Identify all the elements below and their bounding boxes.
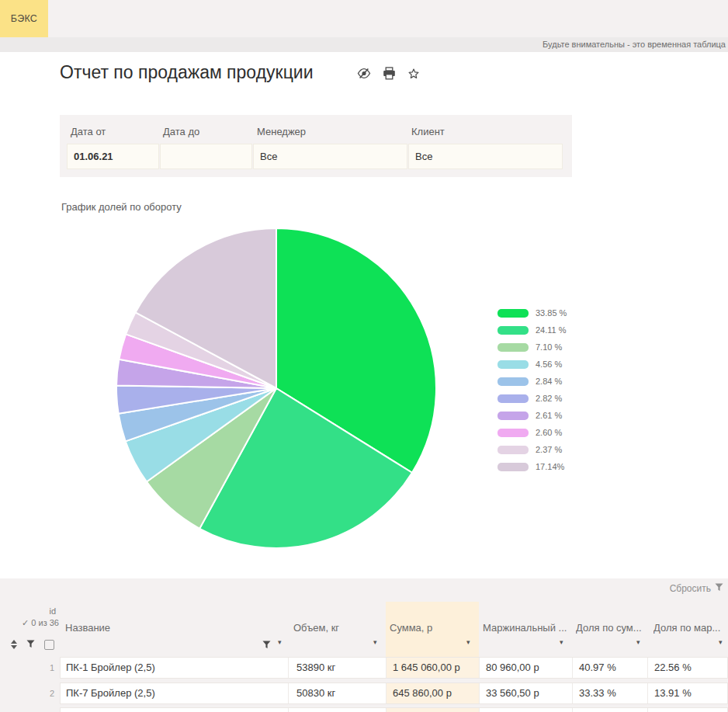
legend-item[interactable]: 2.37 % [497, 446, 567, 454]
filter-label-client: Клиент [411, 126, 445, 137]
column-header-share-margin[interactable]: Доля по мар... [653, 622, 725, 634]
row-number: 2 [0, 682, 54, 704]
date-from-input[interactable]: 01.06.21 [67, 144, 159, 169]
legend-color-chip [497, 343, 529, 352]
legend-color-chip [497, 309, 529, 318]
reset-label: Сбросить [670, 583, 711, 594]
cell-share-margin: 13.91 % [648, 683, 728, 703]
cell-volume [289, 708, 387, 712]
legend-color-chip [497, 360, 529, 369]
cell-sum: 645 860,00 р [387, 683, 480, 703]
legend-item[interactable]: 2.61 % [497, 412, 567, 420]
cell-share-margin: 22.56 % [648, 658, 728, 678]
column-header-share-sum[interactable]: Доля по сум... [576, 622, 644, 634]
sort-icon[interactable] [11, 640, 17, 649]
legend-item[interactable]: 2.60 % [497, 429, 567, 437]
legend-label: 17.14% [536, 463, 564, 471]
cell-share-sum [573, 708, 648, 712]
share-sum-column-dropdown-icon[interactable]: ▾ [636, 637, 640, 647]
margin-column-dropdown-icon[interactable]: ▾ [560, 637, 563, 647]
visibility-toggle-button[interactable] [355, 66, 373, 83]
client-select[interactable]: Все [408, 144, 563, 169]
cell-share-sum: 40.97 % [573, 658, 648, 678]
cell-share-sum: 33.33 % [573, 683, 648, 703]
reset-filters-button[interactable]: Сбросить [670, 583, 723, 594]
date-to-input[interactable] [160, 144, 252, 169]
legend-color-chip [497, 463, 529, 471]
legend-item[interactable]: 33.85 % [497, 309, 567, 318]
table-row[interactable]: ПК-7 Бройлер (2,5) 50830 кг 645 860,00 р… [60, 682, 728, 704]
manager-select[interactable]: Все [253, 144, 407, 169]
name-column-dropdown-icon[interactable]: ▾ [278, 637, 282, 647]
cell-margin [480, 708, 573, 712]
cell-name: ПК-1 Бройлер (2,5) [61, 658, 289, 678]
legend-label: 33.85 % [536, 309, 567, 318]
legend-label: 2.82 % [536, 394, 562, 403]
filter-label-manager: Менеджер [257, 126, 306, 137]
cell-sum: 1 645 060,00 р [387, 658, 480, 678]
filter-panel: Дата от Дата до Менеджер Клиент 01.06.21… [60, 115, 572, 177]
notice-bar: Будьте внимательны - это временная табли… [0, 37, 728, 52]
column-header-sum[interactable]: Сумма, р [390, 622, 473, 634]
legend-item[interactable]: 2.82 % [497, 394, 567, 403]
share-margin-column-dropdown-icon[interactable]: ▾ [719, 637, 723, 647]
cell-share-margin [648, 708, 728, 712]
printer-icon [383, 67, 396, 82]
column-header-name[interactable]: Название [65, 622, 259, 634]
brand-label: БЭКС [11, 13, 37, 24]
print-button[interactable] [380, 66, 397, 83]
legend-label: 4.56 % [536, 360, 562, 369]
legend-item[interactable]: 24.11 % [497, 326, 567, 335]
table-row-partial[interactable] [60, 707, 728, 712]
legend-item[interactable]: 7.10 % [497, 343, 567, 352]
legend-item[interactable]: 17.14% [497, 463, 567, 471]
select-all-checkbox[interactable] [44, 640, 54, 650]
legend-label: 24.11 % [536, 326, 567, 335]
legend-color-chip [497, 429, 529, 437]
sum-column-dropdown-icon[interactable]: ▾ [466, 637, 470, 647]
legend-label: 7.10 % [536, 343, 562, 352]
filter-funnel-icon[interactable] [26, 637, 35, 651]
legend-item[interactable]: 4.56 % [497, 360, 567, 369]
row-number: 1 [0, 657, 54, 679]
filter-label-date-to: Дата до [163, 126, 199, 137]
legend-label: 2.61 % [536, 412, 562, 420]
column-header-margin[interactable]: Маржинальный ... [483, 622, 568, 634]
volume-column-dropdown-icon[interactable]: ▾ [373, 637, 377, 647]
cell-margin: 80 960,00 р [480, 658, 573, 678]
legend-color-chip [497, 326, 529, 335]
filter-label-date-from: Дата от [71, 126, 106, 137]
table-row[interactable]: ПК-1 Бройлер (2,5) 53890 кг 1 645 060,00… [60, 657, 728, 679]
legend-label: 2.37 % [536, 446, 562, 454]
cell-volume: 50830 кг [289, 683, 387, 703]
notice-text: Будьте внимательны - это временная табли… [543, 40, 726, 49]
favorite-button[interactable] [405, 66, 422, 83]
cell-sum [387, 708, 480, 712]
legend-color-chip [497, 446, 529, 454]
cell-name: ПК-7 Бройлер (2,5) [61, 683, 289, 703]
legend-label: 2.84 % [536, 377, 562, 386]
cell-name [61, 708, 289, 712]
pie-chart-wrap [115, 227, 438, 550]
legend-item[interactable]: 2.84 % [497, 377, 567, 386]
filter-funnel-icon [715, 583, 723, 594]
id-column-header[interactable]: id [0, 606, 56, 616]
cell-margin: 33 560,50 р [480, 683, 573, 703]
eye-off-icon [357, 67, 371, 82]
legend-color-chip [497, 394, 529, 403]
brand-tab[interactable]: БЭКС [0, 0, 48, 37]
legend-color-chip [497, 412, 529, 420]
table-section: Сбросить id ✓ 0 из 36 Название Объем, кг… [0, 578, 728, 712]
legend-color-chip [497, 377, 529, 386]
chart-legend: 33.85 % 24.11 % 7.10 % 4.56 % 2.84 % 2.8… [497, 309, 567, 471]
star-icon [408, 68, 419, 82]
name-column-funnel-icon[interactable] [262, 638, 271, 652]
id-column-tools [11, 637, 54, 651]
column-header-volume[interactable]: Объем, кг [293, 622, 379, 634]
legend-label: 2.60 % [536, 429, 562, 437]
chart-title: График долей по обороту [61, 201, 182, 213]
page-title: Отчет по продажам продукции [60, 62, 314, 83]
app-root: БЭКС Будьте внимательны - это временная … [0, 0, 728, 712]
cell-volume: 53890 кг [289, 658, 387, 678]
title-toolbar [355, 66, 422, 83]
